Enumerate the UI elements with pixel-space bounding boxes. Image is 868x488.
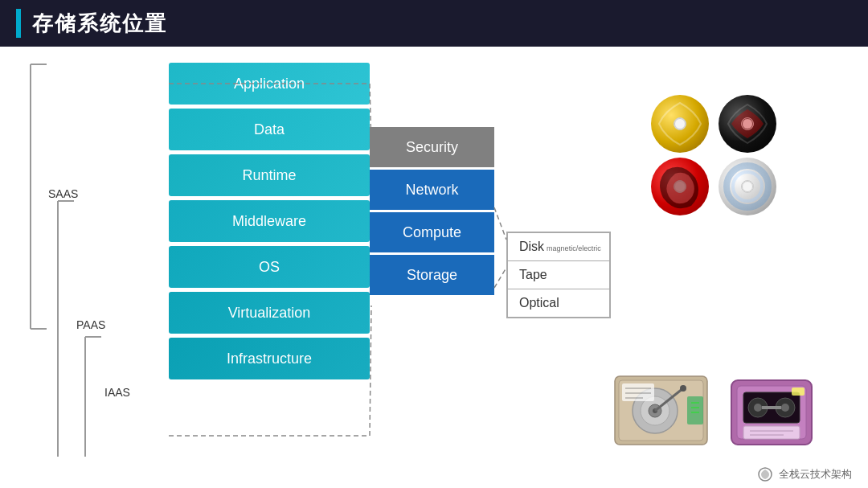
svg-rect-25 xyxy=(687,396,703,424)
svg-point-37 xyxy=(754,404,762,412)
block-os: OS xyxy=(169,246,370,288)
storage-type-optical: Optical xyxy=(508,289,609,317)
svg-point-39 xyxy=(781,404,789,412)
disc-dark xyxy=(719,95,776,153)
svg-rect-29 xyxy=(622,383,654,401)
cat-security: Security xyxy=(370,127,494,167)
disc-gold xyxy=(651,95,709,153)
header: 存储系统位置 xyxy=(0,0,868,47)
block-infrastructure: Infrastructure xyxy=(169,338,370,379)
svg-rect-44 xyxy=(792,388,805,396)
svg-line-11 xyxy=(370,306,371,436)
cat-network: Network xyxy=(370,170,494,210)
tape-image xyxy=(727,376,816,449)
main-content: SAAS PAAS IAAS Application Data Runtime … xyxy=(0,47,868,488)
watermark: 全栈云技术架构 xyxy=(758,467,852,482)
cat-compute: Compute xyxy=(370,212,494,252)
svg-point-16 xyxy=(733,172,762,201)
block-virtualization: Virtualization xyxy=(169,292,370,334)
diagram-area: SAAS PAAS IAAS Application Data Runtime … xyxy=(24,63,555,457)
storage-type-tape: Tape xyxy=(508,261,609,289)
block-application: Application xyxy=(169,63,370,105)
hdd-image xyxy=(611,372,711,449)
disk-sub: magnetic/electric xyxy=(547,244,601,252)
svg-line-13 xyxy=(494,268,506,288)
svg-point-24 xyxy=(680,385,686,392)
block-data: Data xyxy=(169,109,370,150)
disc-red xyxy=(651,158,709,215)
iaas-label: IAAS xyxy=(104,386,130,399)
bracket-svg xyxy=(24,63,169,457)
block-middleware: Middleware xyxy=(169,200,370,242)
disc-cluster xyxy=(651,95,812,199)
saas-label: SAAS xyxy=(48,187,78,200)
storage-type-disk: Disk magnetic/electric xyxy=(508,233,609,261)
cat-storage: Storage xyxy=(370,255,494,295)
disc-silver xyxy=(719,158,776,215)
svg-line-14 xyxy=(494,207,506,240)
block-runtime: Runtime xyxy=(169,154,370,196)
right-area xyxy=(611,79,852,473)
svg-rect-41 xyxy=(743,426,800,439)
header-accent-bar xyxy=(16,9,21,38)
svg-rect-40 xyxy=(762,406,781,409)
storage-types-box: Disk magnetic/electric Tape Optical xyxy=(506,232,611,318)
stack-container: Application Data Runtime Middleware OS V… xyxy=(169,63,370,379)
paas-label: PAAS xyxy=(76,318,105,331)
page-title: 存储系统位置 xyxy=(32,10,167,38)
category-container: Security Network Compute Storage xyxy=(370,127,494,297)
